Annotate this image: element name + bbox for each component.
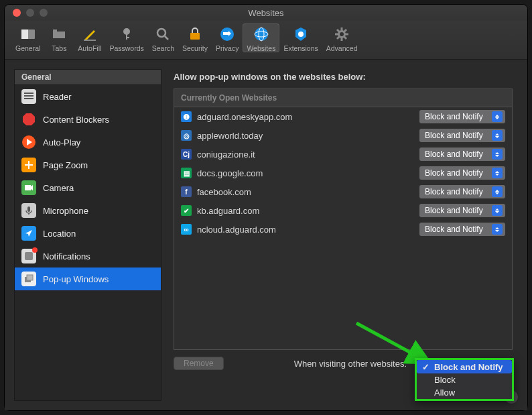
sidebar-label: Microphone bbox=[43, 206, 88, 216]
popups-icon bbox=[21, 272, 36, 286]
other-websites-dropdown[interactable]: ✓Block and Notify Block Allow bbox=[415, 358, 514, 401]
permission-select[interactable]: Block and Notify bbox=[419, 166, 505, 180]
dropdown-option-allow[interactable]: Allow bbox=[417, 386, 512, 399]
svg-rect-2 bbox=[53, 32, 65, 38]
sidebar-header: General bbox=[15, 70, 161, 85]
permission-select[interactable]: Block and Notify bbox=[419, 129, 505, 142]
svg-rect-30 bbox=[25, 185, 31, 190]
svg-rect-37 bbox=[27, 275, 33, 280]
minimize-window-button[interactable] bbox=[26, 9, 34, 17]
maximize-window-button[interactable] bbox=[40, 9, 48, 17]
site-name: kb.adguard.com bbox=[197, 206, 414, 216]
permission-value: Block and Notify bbox=[425, 187, 489, 196]
titlebar: Websites bbox=[5, 5, 527, 21]
table-row[interactable]: f facebook.com Block and Notify bbox=[174, 182, 512, 201]
toolbar-websites[interactable]: Websites bbox=[243, 23, 279, 52]
sidebar-item-auto-play[interactable]: Auto-Play bbox=[15, 131, 161, 154]
sidebar-label: Notifications bbox=[43, 251, 90, 261]
toolbar-passwords[interactable]: Passwords bbox=[105, 23, 147, 52]
table-header: Currently Open Websites bbox=[174, 89, 512, 107]
sidebar-item-location[interactable]: Location bbox=[15, 222, 161, 245]
svg-rect-10 bbox=[190, 33, 200, 40]
site-name: docs.google.com bbox=[197, 168, 414, 178]
favicon-icon: Cj bbox=[181, 149, 192, 160]
svg-marker-31 bbox=[31, 185, 33, 190]
svg-marker-25 bbox=[23, 113, 35, 125]
table-row[interactable]: ➊ adguard.oneskyapp.com Block and Notify bbox=[174, 107, 512, 126]
select-stepper-icon bbox=[492, 205, 503, 216]
favicon-icon: ◎ bbox=[181, 130, 192, 141]
microphone-icon bbox=[21, 203, 36, 218]
auto-play-icon bbox=[21, 135, 36, 150]
badge-dot bbox=[32, 247, 38, 253]
sidebar-item-popups[interactable]: Pop-up Windows bbox=[15, 268, 161, 290]
svg-rect-4 bbox=[84, 40, 96, 41]
permission-select[interactable]: Block and Notify bbox=[419, 204, 505, 217]
toolbar-extensions[interactable]: Extensions bbox=[279, 23, 322, 52]
sidebar-item-content-blockers[interactable]: Content Blockers bbox=[15, 108, 161, 131]
search-icon bbox=[153, 25, 172, 44]
sidebar-item-page-zoom[interactable]: Page Zoom bbox=[15, 154, 161, 176]
table-rows: ➊ adguard.oneskyapp.com Block and Notify… bbox=[174, 107, 512, 349]
sidebar-label: Location bbox=[43, 229, 76, 239]
toolbar-search[interactable]: Search bbox=[148, 23, 178, 52]
reader-icon bbox=[21, 89, 36, 104]
notifications-icon bbox=[21, 249, 36, 263]
svg-rect-7 bbox=[126, 37, 129, 38]
content: General Reader Content Blockers Auto-Pla… bbox=[5, 60, 527, 410]
toolbar-privacy[interactable]: Privacy bbox=[212, 23, 243, 52]
site-name: adguard.oneskyapp.com bbox=[197, 112, 414, 122]
permission-select[interactable]: Block and Notify bbox=[419, 110, 505, 123]
toolbar-advanced[interactable]: Advanced bbox=[322, 23, 362, 52]
general-icon bbox=[19, 25, 38, 44]
select-stepper-icon bbox=[492, 224, 503, 235]
table-row[interactable]: ▤ docs.google.com Block and Notify bbox=[174, 164, 512, 182]
table-row[interactable]: ✔ kb.adguard.com Block and Notify bbox=[174, 201, 512, 220]
tabs-icon bbox=[50, 25, 68, 44]
favicon-icon: ▤ bbox=[181, 168, 192, 178]
close-window-button[interactable] bbox=[13, 9, 21, 17]
table-row[interactable]: ◎ appleworld.today Block and Notify bbox=[174, 126, 512, 145]
page-zoom-icon bbox=[21, 158, 36, 172]
websites-icon bbox=[252, 25, 271, 44]
favicon-icon: ✔ bbox=[181, 205, 192, 216]
toolbar: General Tabs AutoFill Passwords Search S… bbox=[5, 21, 527, 60]
permission-value: Block and Notify bbox=[425, 168, 489, 178]
main-title: Allow pop-up windows on the websites bel… bbox=[174, 72, 513, 82]
svg-point-21 bbox=[340, 32, 344, 36]
dropdown-option-block[interactable]: Block bbox=[417, 373, 512, 386]
svg-marker-34 bbox=[25, 230, 32, 237]
sidebar-item-notifications[interactable]: Notifications bbox=[15, 245, 161, 268]
remove-button[interactable]: Remove bbox=[174, 357, 224, 370]
sidebar-item-reader[interactable]: Reader bbox=[15, 85, 161, 108]
svg-rect-24 bbox=[24, 98, 34, 99]
extensions-icon bbox=[291, 25, 310, 44]
svg-rect-3 bbox=[53, 29, 57, 32]
select-stepper-icon bbox=[492, 149, 503, 160]
toolbar-autofill[interactable]: AutoFill bbox=[74, 23, 105, 52]
location-icon bbox=[21, 226, 36, 241]
site-name: coniugazione.it bbox=[197, 150, 414, 160]
window-title: Websites bbox=[5, 8, 527, 18]
svg-point-8 bbox=[157, 29, 165, 37]
select-stepper-icon bbox=[492, 130, 503, 141]
sidebar-label: Camera bbox=[43, 183, 74, 193]
permission-select[interactable]: Block and Notify bbox=[419, 147, 505, 161]
permission-select[interactable]: Block and Notify bbox=[419, 185, 505, 198]
sidebar-item-camera[interactable]: Camera bbox=[15, 176, 161, 199]
toolbar-security[interactable]: Security bbox=[178, 23, 212, 52]
toolbar-tabs[interactable]: Tabs bbox=[44, 23, 74, 52]
security-icon bbox=[186, 25, 204, 44]
permission-select[interactable]: Block and Notify bbox=[419, 223, 505, 236]
camera-icon bbox=[21, 180, 36, 195]
dropdown-option-block-notify[interactable]: ✓Block and Notify bbox=[417, 360, 512, 373]
toolbar-general[interactable]: General bbox=[11, 23, 44, 52]
select-stepper-icon bbox=[492, 111, 503, 122]
sidebar-item-microphone[interactable]: Microphone bbox=[15, 199, 161, 222]
content-blockers-icon bbox=[21, 112, 36, 127]
other-websites-label: When visiting other websites: bbox=[294, 359, 407, 369]
table-row[interactable]: Cj coniugazione.it Block and Notify bbox=[174, 145, 512, 164]
favicon-icon: ➊ bbox=[181, 111, 192, 122]
sidebar: General Reader Content Blockers Auto-Pla… bbox=[14, 69, 161, 401]
table-row[interactable]: ∞ ncloud.adguard.com Block and Notify bbox=[174, 220, 512, 239]
